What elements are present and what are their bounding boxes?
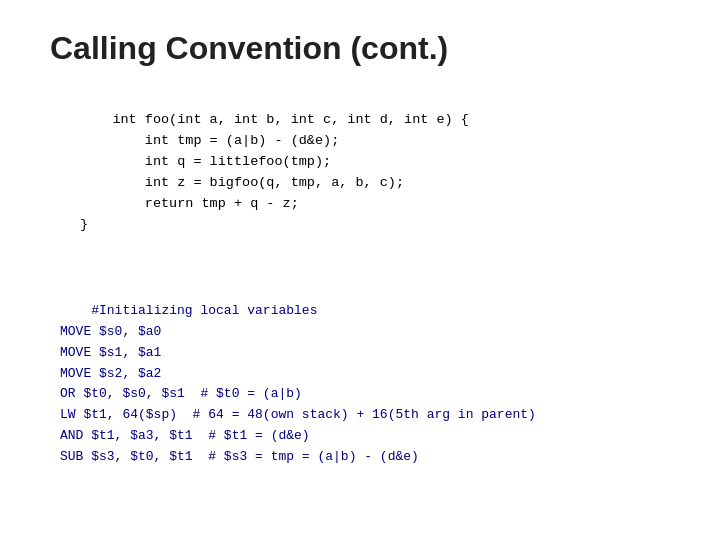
c-code-line-4: int z = bigfoo(q, tmp, a, b, c); (80, 175, 404, 190)
c-code-line-1: int foo(int a, int b, int c, int d, int … (112, 112, 468, 127)
asm-line-7: AND $t1, $a3, $t1 # $t1 = (d&e) (60, 428, 310, 443)
asm-line-8: SUB $s3, $t0, $t1 # $s3 = tmp = (a|b) - … (60, 449, 419, 464)
c-code-line-6: } (80, 217, 88, 232)
asm-code-block: #Initializing local variables MOVE $s0, … (60, 280, 670, 488)
slide: Calling Convention (cont.) int foo(int a… (0, 0, 720, 540)
asm-line-2: MOVE $s0, $a0 (60, 324, 161, 339)
c-code-line-2: int tmp = (a|b) - (d&e); (80, 133, 339, 148)
asm-line-1: #Initializing local variables (91, 303, 317, 318)
c-code-line-5: return tmp + q - z; (80, 196, 299, 211)
c-code-line-3: int q = littlefoo(tmp); (80, 154, 331, 169)
slide-title: Calling Convention (cont.) (50, 30, 670, 67)
asm-line-5: OR $t0, $s0, $s1 # $t0 = (a|b) (60, 386, 302, 401)
c-code-block: int foo(int a, int b, int c, int d, int … (80, 89, 670, 256)
asm-line-3: MOVE $s1, $a1 (60, 345, 161, 360)
asm-line-4: MOVE $s2, $a2 (60, 366, 161, 381)
asm-line-6: LW $t1, 64($sp) # 64 = 48(own stack) + 1… (60, 407, 536, 422)
